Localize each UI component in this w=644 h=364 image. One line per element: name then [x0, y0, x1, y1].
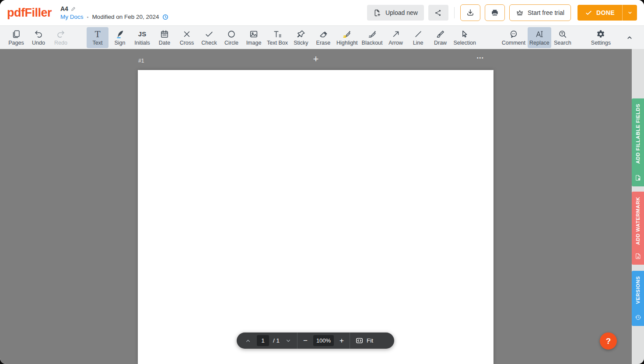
circle-icon	[227, 29, 236, 39]
versions-tab[interactable]: VERSIONS	[632, 271, 644, 326]
page-number-label: #1	[138, 58, 144, 64]
checkmark-icon	[204, 29, 214, 39]
quill-icon	[115, 29, 125, 39]
undo-button[interactable]: Undo	[28, 27, 49, 48]
page-zoom-controls: / 1 − 100% + Fit	[237, 332, 394, 349]
next-page-button[interactable]	[284, 336, 293, 346]
comment-bubble-icon	[509, 29, 518, 39]
check-tool-button[interactable]: Check	[198, 27, 220, 48]
date-tool-button[interactable]: Date	[154, 27, 175, 48]
arrow-tool-button[interactable]: Arrow	[385, 27, 407, 48]
crown-icon	[516, 9, 524, 17]
circle-tool-button[interactable]: Circle	[220, 27, 242, 48]
version-history-clock-icon	[635, 314, 641, 321]
search-icon	[558, 29, 567, 39]
done-button-group: DONE	[578, 5, 637, 21]
erase-tool-button[interactable]: Erase	[312, 27, 334, 48]
zoom-out-button[interactable]: −	[301, 337, 309, 344]
pill-divider	[297, 332, 298, 349]
cross-icon	[182, 29, 192, 39]
redo-icon	[56, 29, 66, 39]
download-icon	[466, 8, 475, 17]
replace-button[interactable]: Replace	[528, 27, 551, 48]
sticky-tool-button[interactable]: Sticky	[290, 27, 312, 48]
chevron-down-icon	[627, 10, 633, 16]
add-fillable-fields-tab[interactable]: ADD FILLABLE FIELDS	[632, 98, 644, 186]
check-icon	[585, 9, 592, 17]
zoom-level-value[interactable]: 100%	[313, 335, 334, 346]
document-info: A4 My Docs • Modified on Feb 20, 2024	[60, 5, 168, 20]
add-watermark-tab[interactable]: ADD WATERMARK	[632, 192, 644, 265]
header: pdfFiller A4 My Docs • Modified on Feb 2…	[0, 0, 644, 25]
upload-document-icon	[373, 9, 382, 17]
download-button[interactable]	[460, 4, 480, 21]
initials-icon: JS	[138, 29, 146, 39]
pdffiller-logo[interactable]: pdfFiller	[7, 6, 52, 20]
fit-to-width-button[interactable]: Fit	[355, 336, 373, 345]
toolbar: Pages Undo Redo T Text Sign JS	[0, 25, 644, 49]
eraser-icon	[318, 29, 328, 39]
help-button[interactable]: ?	[600, 332, 617, 350]
share-button[interactable]	[428, 5, 448, 21]
settings-group: Settings	[589, 27, 612, 48]
settings-button[interactable]: Settings	[589, 27, 612, 48]
blackout-tool-button[interactable]: Blackout	[360, 27, 385, 48]
share-icon	[434, 9, 442, 17]
upload-new-button[interactable]: Upload new	[367, 5, 424, 21]
page-total-label: / 1	[273, 337, 280, 344]
line-icon	[413, 29, 423, 39]
pushpin-icon	[296, 29, 306, 39]
image-tool-button[interactable]: Image	[243, 27, 265, 48]
print-button[interactable]	[485, 4, 505, 21]
fit-icon	[355, 336, 364, 345]
undo-icon	[34, 29, 43, 39]
initials-tool-button[interactable]: JS Initials	[131, 27, 153, 48]
redo-button: Redo	[50, 27, 72, 48]
history-group: Pages Undo Redo	[5, 27, 72, 48]
breadcrumb-separator: •	[87, 14, 89, 20]
modified-date: Modified on Feb 20, 2024	[92, 14, 159, 20]
document-canvas: #1 + ••• ADD FILLABLE FIELDS ADD WATERMA…	[0, 49, 644, 364]
highlight-tool-button[interactable]: Highlight	[335, 27, 360, 48]
pages-button[interactable]: Pages	[5, 27, 27, 48]
pdf-page[interactable]	[138, 70, 494, 364]
collapse-toolbar-button[interactable]	[622, 30, 637, 45]
review-group: Comment Replace Search	[500, 27, 574, 48]
zoom-in-button[interactable]: +	[338, 337, 346, 344]
add-page-button[interactable]: +	[308, 54, 324, 64]
clock-icon	[162, 14, 168, 20]
blackout-marker-icon	[368, 29, 377, 39]
page-options-button[interactable]: •••	[477, 56, 484, 60]
add-fillable-fields-label: ADD FILLABLE FIELDS	[635, 104, 640, 164]
breadcrumb-my-docs[interactable]: My Docs	[60, 14, 84, 20]
image-icon	[249, 29, 259, 39]
text-tool-icon: T	[95, 29, 101, 39]
arrow-icon	[391, 29, 401, 39]
line-tool-button[interactable]: Line	[407, 27, 429, 48]
comment-button[interactable]: Comment	[500, 27, 527, 48]
highlighter-icon	[342, 29, 352, 39]
calendar-icon	[160, 29, 169, 39]
start-free-trial-button[interactable]: Start free trial	[509, 4, 571, 21]
draw-tool-button[interactable]: Draw	[430, 27, 452, 48]
edit-title-icon[interactable]	[71, 7, 76, 11]
pages-icon	[11, 29, 21, 39]
header-actions: Upload new St	[367, 4, 637, 21]
text-box-tool-button[interactable]: Text Box	[265, 27, 290, 48]
cross-tool-button[interactable]: Cross	[176, 27, 198, 48]
done-button[interactable]: DONE	[578, 5, 622, 21]
sign-tool-button[interactable]: Sign	[109, 27, 131, 48]
selection-tool-button[interactable]: Selection	[452, 27, 478, 48]
watermark-document-icon	[635, 253, 641, 259]
paintbrush-icon	[436, 29, 445, 39]
previous-page-button[interactable]	[243, 336, 253, 346]
done-dropdown-button[interactable]	[622, 5, 637, 21]
replace-text-icon	[535, 29, 544, 39]
chevron-up-icon	[626, 34, 634, 42]
text-tool-button[interactable]: T Text	[87, 27, 108, 48]
upload-new-label: Upload new	[385, 9, 418, 16]
search-button[interactable]: Search	[552, 27, 574, 48]
done-label: DONE	[596, 9, 615, 16]
page-number-input[interactable]	[257, 335, 269, 346]
versions-label: VERSIONS	[635, 276, 640, 304]
